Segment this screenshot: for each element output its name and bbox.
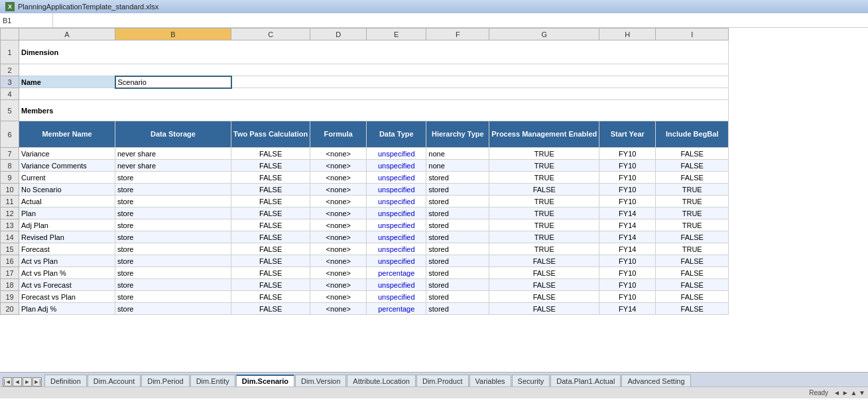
list-item[interactable]: TRUE xyxy=(489,196,599,207)
sheet-tab-attribute-location[interactable]: Attribute.Location xyxy=(347,375,416,386)
list-item[interactable]: store xyxy=(115,184,231,196)
tab-last-btn[interactable]: ►| xyxy=(32,377,42,386)
cell-dimension-title[interactable]: Dimension xyxy=(19,40,729,64)
col-header-e[interactable]: E xyxy=(367,29,426,40)
list-item[interactable]: FALSE xyxy=(656,172,729,184)
table-row[interactable]: 15ForecaststoreFALSE<none>unspecifiedsto… xyxy=(1,243,729,255)
col-header-i[interactable]: I xyxy=(656,29,729,40)
list-item[interactable]: FALSE xyxy=(231,303,310,315)
list-item[interactable]: FALSE xyxy=(489,267,599,279)
table-row[interactable]: 7Variancenever shareFALSE<none>unspecifi… xyxy=(1,148,729,160)
list-item[interactable]: TRUE xyxy=(489,243,599,255)
list-item[interactable]: Adj Plan xyxy=(19,219,115,231)
list-item[interactable]: <none> xyxy=(310,219,367,231)
list-item[interactable]: none xyxy=(426,148,489,160)
list-item[interactable]: FY10 xyxy=(599,160,656,172)
list-item[interactable]: stored xyxy=(426,291,489,303)
list-item[interactable]: <none> xyxy=(310,231,367,243)
list-item[interactable]: <none> xyxy=(310,267,367,279)
list-item[interactable]: store xyxy=(115,231,231,243)
tab-prev-btn[interactable]: ◄ xyxy=(13,377,22,386)
list-item[interactable]: stored xyxy=(426,207,489,219)
table-row[interactable]: 17Act vs Plan %storeFALSE<none>percentag… xyxy=(1,267,729,279)
list-item[interactable]: TRUE xyxy=(489,231,599,243)
list-item[interactable]: FY10 xyxy=(599,279,656,291)
list-item[interactable]: never share xyxy=(115,148,231,160)
list-item[interactable]: FALSE xyxy=(656,255,729,267)
list-item[interactable]: stored xyxy=(426,303,489,315)
list-item[interactable]: stored xyxy=(426,279,489,291)
list-item[interactable]: <none> xyxy=(310,279,367,291)
list-item[interactable]: unspecified xyxy=(367,279,426,291)
list-item[interactable]: FALSE xyxy=(489,279,599,291)
list-item[interactable]: unspecified xyxy=(367,219,426,231)
list-item[interactable]: store xyxy=(115,279,231,291)
list-item[interactable]: FY10 xyxy=(599,291,656,303)
tab-first-btn[interactable]: |◄ xyxy=(3,377,12,386)
sheet-tab-dim-entity[interactable]: Dim.Entity xyxy=(190,375,235,386)
list-item[interactable]: store xyxy=(115,303,231,315)
list-item[interactable]: FY10 xyxy=(599,267,656,279)
table-row[interactable]: 12PlanstoreFALSE<none>unspecifiedstoredT… xyxy=(1,207,729,219)
list-item[interactable]: FALSE xyxy=(231,172,310,184)
list-item[interactable]: TRUE xyxy=(489,148,599,160)
col-header-d[interactable]: D xyxy=(310,29,367,40)
list-item[interactable]: FY10 xyxy=(599,148,656,160)
list-item[interactable]: unspecified xyxy=(367,148,426,160)
name-box[interactable]: B1 xyxy=(0,13,53,27)
list-item[interactable]: TRUE xyxy=(656,207,729,219)
list-item[interactable]: stored xyxy=(426,184,489,196)
list-item[interactable]: FALSE xyxy=(489,255,599,267)
table-row[interactable]: 13Adj PlanstoreFALSE<none>unspecifiedsto… xyxy=(1,219,729,231)
list-item[interactable]: unspecified xyxy=(367,160,426,172)
table-row[interactable]: 20Plan Adj %storeFALSE<none>percentagest… xyxy=(1,303,729,315)
list-item[interactable]: unspecified xyxy=(367,172,426,184)
list-item[interactable]: percentage xyxy=(367,267,426,279)
grid-wrapper[interactable]: A B C D E F G H I 1 Dimension xyxy=(0,28,868,372)
list-item[interactable]: Actual xyxy=(19,196,115,207)
cell-name-value[interactable]: Scenario xyxy=(115,76,231,88)
table-row[interactable]: 14Revised PlanstoreFALSE<none>unspecifie… xyxy=(1,231,729,243)
list-item[interactable]: <none> xyxy=(310,291,367,303)
tab-next-btn[interactable]: ► xyxy=(23,377,32,386)
list-item[interactable]: TRUE xyxy=(656,243,729,255)
cell-members-title[interactable]: Members xyxy=(19,100,729,121)
list-item[interactable]: Forecast xyxy=(19,243,115,255)
list-item[interactable]: FY14 xyxy=(599,231,656,243)
table-row[interactable]: 16Act vs PlanstoreFALSE<none>unspecified… xyxy=(1,255,729,267)
list-item[interactable]: never share xyxy=(115,160,231,172)
list-item[interactable]: FALSE xyxy=(656,231,729,243)
list-item[interactable]: FALSE xyxy=(231,279,310,291)
list-item[interactable]: Current xyxy=(19,172,115,184)
sheet-tab-definition[interactable]: Definition xyxy=(44,375,87,386)
list-item[interactable]: <none> xyxy=(310,148,367,160)
tab-nav-controls[interactable]: |◄ ◄ ► ►| xyxy=(3,377,42,386)
list-item[interactable]: TRUE xyxy=(489,172,599,184)
list-item[interactable]: store xyxy=(115,172,231,184)
list-item[interactable]: TRUE xyxy=(489,207,599,219)
list-item[interactable]: FALSE xyxy=(656,267,729,279)
col-header-f[interactable]: F xyxy=(426,29,489,40)
list-item[interactable]: Variance xyxy=(19,148,115,160)
list-item[interactable]: store xyxy=(115,243,231,255)
sheet-tab-dim-account[interactable]: Dim.Account xyxy=(88,375,141,386)
list-item[interactable]: FALSE xyxy=(656,160,729,172)
list-item[interactable]: Act vs Plan xyxy=(19,255,115,267)
list-item[interactable]: TRUE xyxy=(656,184,729,196)
list-item[interactable]: store xyxy=(115,219,231,231)
col-header-g[interactable]: G xyxy=(489,29,599,40)
list-item[interactable]: stored xyxy=(426,196,489,207)
list-item[interactable]: FALSE xyxy=(231,196,310,207)
list-item[interactable]: store xyxy=(115,196,231,207)
list-item[interactable]: <none> xyxy=(310,184,367,196)
list-item[interactable]: FALSE xyxy=(231,207,310,219)
table-row[interactable]: 11ActualstoreFALSE<none>unspecifiedstore… xyxy=(1,196,729,207)
col-header-b[interactable]: B xyxy=(115,29,231,40)
col-header-h[interactable]: H xyxy=(599,29,656,40)
sheet-tab-dim-period[interactable]: Dim.Period xyxy=(141,375,189,386)
sheet-tab-data-plan1-actual[interactable]: Data.Plan1.Actual xyxy=(550,375,621,386)
list-item[interactable]: FY14 xyxy=(599,207,656,219)
list-item[interactable]: unspecified xyxy=(367,243,426,255)
list-item[interactable]: FALSE xyxy=(656,148,729,160)
list-item[interactable]: FALSE xyxy=(656,279,729,291)
